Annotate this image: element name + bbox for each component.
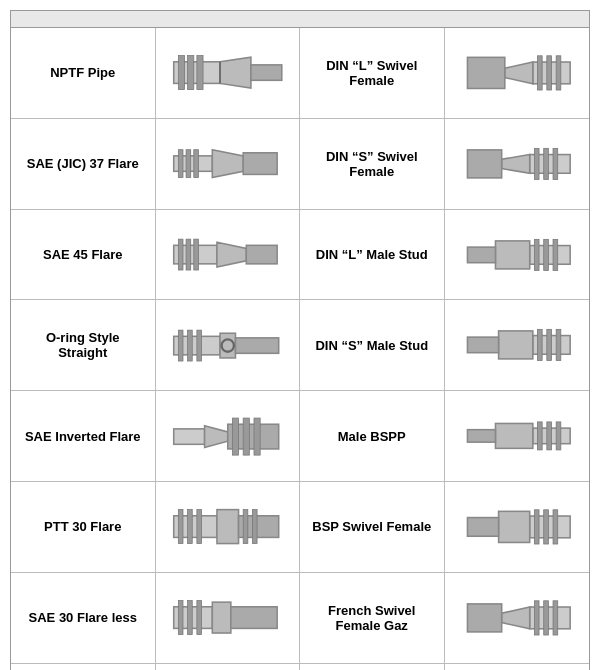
right-label-2: DIN “L” Male Stud bbox=[300, 210, 445, 300]
svg-rect-42 bbox=[187, 330, 192, 361]
svg-rect-66 bbox=[187, 510, 192, 544]
svg-rect-33 bbox=[467, 247, 495, 263]
svg-rect-23 bbox=[543, 148, 548, 179]
svg-rect-67 bbox=[196, 510, 201, 544]
svg-rect-5 bbox=[187, 56, 193, 90]
right-label-1: DIN “S” Swivel Female bbox=[300, 119, 445, 209]
svg-rect-58 bbox=[467, 430, 495, 442]
right-fitting-7 bbox=[445, 664, 590, 670]
svg-rect-87 bbox=[553, 601, 558, 635]
left-fitting-7 bbox=[156, 664, 301, 670]
left-label-3: O-ring Style Straight bbox=[11, 300, 156, 390]
svg-rect-65 bbox=[178, 510, 183, 544]
left-fitting-3 bbox=[156, 300, 301, 390]
left-fitting-2 bbox=[156, 210, 301, 300]
right-label-3: DIN “S” Male Stud bbox=[300, 300, 445, 390]
svg-rect-30 bbox=[193, 239, 198, 270]
svg-rect-79 bbox=[178, 601, 183, 635]
right-label-5: BSP Swivel Female bbox=[300, 482, 445, 572]
left-fitting-1 bbox=[156, 119, 301, 209]
table-row: NPTF Pipe DIN “L” Swivel Female bbox=[11, 28, 589, 119]
table-row: SAE 30 Flare less French Swivel Female G… bbox=[11, 573, 589, 664]
svg-rect-57 bbox=[495, 424, 532, 449]
svg-rect-77 bbox=[212, 602, 231, 633]
table-row: SAE Inverted Flare Male BSPP bbox=[11, 391, 589, 482]
svg-rect-84 bbox=[467, 604, 501, 632]
svg-rect-61 bbox=[556, 422, 561, 450]
svg-rect-78 bbox=[230, 607, 276, 629]
svg-rect-29 bbox=[186, 239, 191, 270]
svg-rect-59 bbox=[537, 422, 542, 450]
svg-rect-48 bbox=[546, 330, 551, 361]
svg-marker-8 bbox=[504, 62, 532, 84]
svg-marker-20 bbox=[501, 154, 529, 173]
svg-rect-53 bbox=[232, 418, 238, 455]
svg-marker-51 bbox=[204, 425, 227, 447]
svg-rect-71 bbox=[498, 511, 529, 542]
svg-rect-41 bbox=[178, 330, 183, 361]
svg-rect-73 bbox=[534, 510, 539, 544]
svg-rect-9 bbox=[467, 57, 504, 88]
svg-rect-35 bbox=[543, 239, 548, 270]
svg-rect-21 bbox=[467, 150, 501, 178]
svg-rect-4 bbox=[178, 56, 184, 90]
left-fitting-6 bbox=[156, 573, 301, 663]
svg-rect-46 bbox=[467, 338, 498, 354]
right-label-0: DIN “L” Swivel Female bbox=[300, 28, 445, 118]
right-fitting-3 bbox=[445, 300, 590, 390]
svg-rect-81 bbox=[196, 601, 201, 635]
svg-rect-15 bbox=[243, 153, 277, 175]
svg-rect-10 bbox=[537, 56, 542, 90]
visual-index: NPTF Pipe DIN “L” Swivel Female bbox=[10, 10, 590, 670]
svg-rect-85 bbox=[534, 601, 539, 635]
svg-rect-18 bbox=[193, 150, 198, 178]
table-row: O-ring Style Straight DIN “S” Male Stud bbox=[11, 300, 589, 391]
left-label-4: SAE Inverted Flare bbox=[11, 391, 156, 481]
right-label-4: Male BSPP bbox=[300, 391, 445, 481]
svg-rect-45 bbox=[498, 331, 532, 359]
right-fitting-2 bbox=[445, 210, 590, 300]
svg-rect-24 bbox=[553, 148, 558, 179]
svg-rect-55 bbox=[253, 418, 259, 455]
svg-rect-49 bbox=[556, 330, 561, 361]
svg-rect-86 bbox=[543, 601, 548, 635]
svg-marker-26 bbox=[216, 242, 245, 267]
svg-rect-6 bbox=[196, 56, 202, 90]
svg-rect-34 bbox=[534, 239, 539, 270]
table-row: Seal-Lok French Swivel Female Metric bbox=[11, 664, 589, 670]
table-body: NPTF Pipe DIN “L” Swivel Female bbox=[11, 28, 589, 670]
left-label-5: PTT 30 Flare bbox=[11, 482, 156, 572]
svg-rect-47 bbox=[537, 330, 542, 361]
svg-rect-17 bbox=[186, 150, 191, 178]
svg-rect-43 bbox=[196, 330, 201, 361]
svg-rect-12 bbox=[556, 56, 561, 90]
left-fitting-5 bbox=[156, 482, 301, 572]
right-fitting-6 bbox=[445, 573, 590, 663]
svg-rect-68 bbox=[243, 510, 248, 544]
right-label-6: French Swivel Female Gaz bbox=[300, 573, 445, 663]
svg-rect-39 bbox=[235, 338, 278, 353]
svg-rect-74 bbox=[543, 510, 548, 544]
svg-rect-2 bbox=[250, 65, 281, 80]
svg-marker-83 bbox=[501, 607, 529, 629]
svg-rect-80 bbox=[187, 601, 192, 635]
svg-rect-69 bbox=[252, 510, 257, 544]
left-label-6: SAE 30 Flare less bbox=[11, 573, 156, 663]
svg-rect-22 bbox=[534, 148, 539, 179]
left-label-2: SAE 45 Flare bbox=[11, 210, 156, 300]
svg-rect-60 bbox=[546, 422, 551, 450]
table-row: SAE 45 Flare DIN “L” Male Stud bbox=[11, 210, 589, 301]
svg-rect-28 bbox=[178, 239, 183, 270]
svg-rect-50 bbox=[173, 428, 204, 443]
left-label-1: SAE (JIC) 37 Flare bbox=[11, 119, 156, 209]
table-row: PTT 30 Flare BSP Swivel Female bbox=[11, 482, 589, 573]
svg-rect-75 bbox=[553, 510, 558, 544]
svg-rect-54 bbox=[243, 418, 249, 455]
right-fitting-0 bbox=[445, 28, 590, 118]
left-fitting-0 bbox=[156, 28, 301, 118]
svg-rect-36 bbox=[553, 239, 558, 270]
left-label-0: NPTF Pipe bbox=[11, 28, 156, 118]
table-header bbox=[11, 11, 589, 28]
right-fitting-1 bbox=[445, 119, 590, 209]
table-row: SAE (JIC) 37 Flare DIN “S” Swivel Female bbox=[11, 119, 589, 210]
